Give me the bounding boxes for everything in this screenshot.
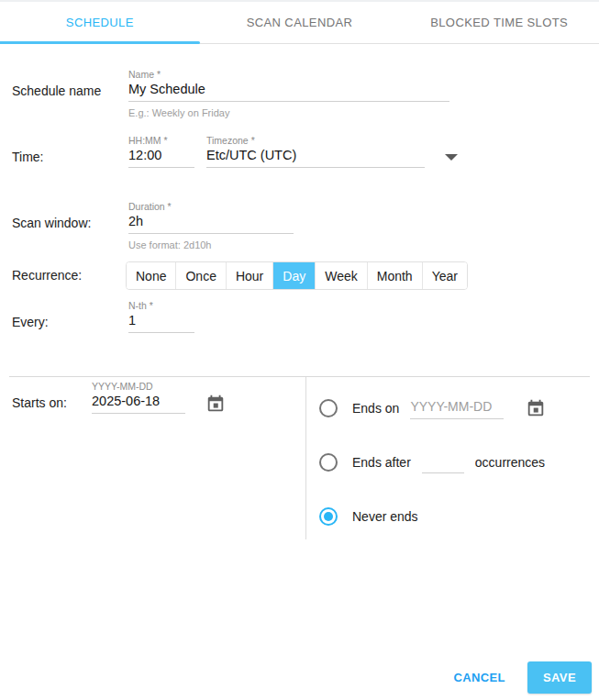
recurrence-option-year[interactable]: Year bbox=[423, 262, 467, 289]
starts-on-panel: Starts on: YYYY-MM-DD bbox=[0, 377, 305, 539]
starts-on-calendar-button[interactable] bbox=[205, 394, 226, 414]
occurrences-input[interactable] bbox=[422, 452, 464, 473]
name-field: Name * E.g.: Weekly on Friday bbox=[128, 69, 449, 118]
starts-on-field: YYYY-MM-DD bbox=[92, 381, 185, 414]
never-ends-label: Never ends bbox=[352, 509, 418, 524]
timezone-field: Timezone * bbox=[206, 135, 425, 168]
timezone-select[interactable] bbox=[206, 147, 425, 168]
never-ends-row: Never ends bbox=[319, 498, 599, 535]
chevron-down-icon[interactable] bbox=[445, 154, 458, 161]
name-field-label: Name * bbox=[128, 69, 449, 81]
occurrences-suffix-label: occurrences bbox=[475, 455, 545, 470]
ends-panel: Ends on Ends after occurrences Never e bbox=[305, 377, 599, 539]
name-input[interactable] bbox=[128, 81, 449, 102]
ends-on-field bbox=[410, 398, 504, 419]
nth-input[interactable] bbox=[128, 312, 194, 333]
recurrence-row-label: Recurrence: bbox=[12, 261, 128, 283]
ends-on-input[interactable] bbox=[410, 398, 504, 419]
recurrence-button-group: None Once Hour Day Week Month Year bbox=[126, 261, 468, 290]
tab-schedule[interactable]: SCHEDULE bbox=[0, 2, 200, 43]
calendar-icon bbox=[205, 394, 226, 414]
ends-on-row: Ends on bbox=[319, 390, 599, 427]
tab-scan-calendar[interactable]: SCAN CALENDAR bbox=[200, 2, 400, 43]
starts-on-row: Starts on: YYYY-MM-DD bbox=[12, 381, 305, 414]
ends-after-row: Ends after occurrences bbox=[319, 444, 599, 481]
timezone-wrap: Timezone * bbox=[206, 135, 458, 168]
ends-on-label: Ends on bbox=[352, 401, 399, 416]
recurrence-option-month[interactable]: Month bbox=[368, 262, 423, 289]
recurrence-row: Recurrence: None Once Hour Day Week Mont… bbox=[12, 261, 599, 290]
recurrence-option-none[interactable]: None bbox=[127, 262, 176, 289]
schedule-name-row: Schedule name Name * E.g.: Weekly on Fri… bbox=[12, 69, 599, 118]
name-helper-text: E.g.: Weekly on Friday bbox=[128, 107, 449, 118]
recurrence-option-day[interactable]: Day bbox=[273, 262, 316, 289]
ends-on-radio[interactable] bbox=[319, 399, 338, 417]
schedule-form: Schedule name Name * E.g.: Weekly on Fri… bbox=[0, 44, 599, 333]
duration-field-label: Duration * bbox=[128, 201, 294, 213]
tab-blocked-time-slots[interactable]: BLOCKED TIME SLOTS bbox=[399, 2, 599, 43]
dialog-footer: CANCEL SAVE bbox=[440, 661, 592, 694]
starts-on-row-label: Starts on: bbox=[12, 381, 92, 410]
duration-field: Duration * Use format: 2d10h bbox=[128, 201, 294, 250]
nth-field-label: N-th * bbox=[128, 300, 194, 312]
time-row: Time: HH:MM * Timezone * bbox=[12, 135, 599, 168]
calendar-icon bbox=[526, 398, 546, 418]
scan-window-row-label: Scan window: bbox=[12, 201, 128, 230]
never-ends-radio[interactable] bbox=[319, 507, 338, 526]
cancel-button[interactable]: CANCEL bbox=[440, 662, 518, 693]
ends-after-radio[interactable] bbox=[319, 453, 338, 472]
ends-on-calendar-button[interactable] bbox=[526, 398, 546, 418]
hhmm-input[interactable] bbox=[128, 147, 194, 168]
time-row-label: Time: bbox=[12, 135, 128, 164]
starts-on-field-label: YYYY-MM-DD bbox=[92, 381, 185, 393]
timezone-field-label: Timezone * bbox=[206, 135, 425, 147]
recurrence-option-once[interactable]: Once bbox=[176, 262, 226, 289]
duration-helper-text: Use format: 2d10h bbox=[128, 239, 294, 250]
scan-window-row: Scan window: Duration * Use format: 2d10… bbox=[12, 201, 599, 250]
starts-on-input[interactable] bbox=[92, 393, 185, 414]
ends-after-label: Ends after bbox=[352, 455, 411, 470]
schedule-name-row-label: Schedule name bbox=[12, 69, 128, 98]
schedule-bounds-section: Starts on: YYYY-MM-DD Ends on bbox=[0, 377, 599, 539]
recurrence-option-hour[interactable]: Hour bbox=[227, 262, 273, 289]
duration-input[interactable] bbox=[128, 213, 294, 234]
every-row-label: Every: bbox=[12, 300, 128, 329]
save-button[interactable]: SAVE bbox=[527, 661, 592, 694]
nth-field: N-th * bbox=[128, 300, 194, 333]
recurrence-option-week[interactable]: Week bbox=[316, 262, 368, 289]
hhmm-field: HH:MM * bbox=[128, 135, 194, 168]
hhmm-field-label: HH:MM * bbox=[128, 135, 194, 147]
occurrences-field bbox=[422, 452, 464, 473]
every-row: Every: N-th * bbox=[12, 300, 599, 333]
tab-bar: SCHEDULE SCAN CALENDAR BLOCKED TIME SLOT… bbox=[0, 0, 599, 44]
